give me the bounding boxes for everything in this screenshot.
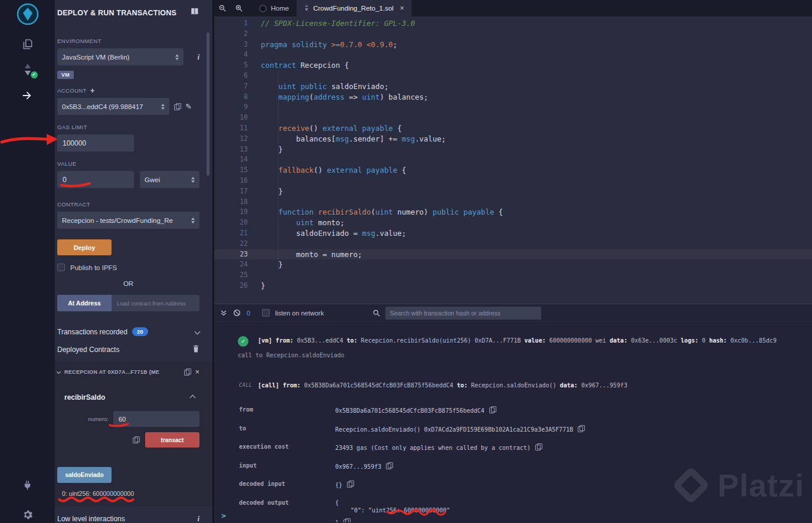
code-line-22[interactable]: 22 xyxy=(214,239,812,249)
line-number[interactable]: 25 xyxy=(214,270,248,281)
vm-tx-summary[interactable]: [vm] from: 0x5B3...eddC4 to: Recepcion.r… xyxy=(258,336,777,345)
listen-network-checkbox[interactable] xyxy=(262,309,270,317)
terminal-prompt[interactable]: > xyxy=(221,511,226,520)
sidebar-scrollbar[interactable] xyxy=(207,32,209,176)
environment-select[interactable]: JavaScript VM (Berlin) xyxy=(57,48,184,65)
line-number[interactable]: 1 xyxy=(214,18,248,29)
at-address-button[interactable]: At Address xyxy=(57,295,112,311)
trash-icon[interactable] xyxy=(192,344,199,355)
code-line-12[interactable]: 12 balances[msg.sender] += msg.value; xyxy=(214,134,812,144)
line-number[interactable]: 5 xyxy=(214,60,248,71)
line-number[interactable]: 13 xyxy=(214,144,248,155)
solidity-compiler-icon[interactable]: ✓ xyxy=(22,63,34,76)
code-editor[interactable]: 1// SPDX-License-Identifier: GPL-3.023pr… xyxy=(214,17,812,304)
line-number[interactable]: 6 xyxy=(214,71,248,81)
code-line-16[interactable]: 16 xyxy=(214,176,812,186)
expand-terminal-icon[interactable] xyxy=(220,310,227,317)
value-input[interactable] xyxy=(57,171,134,188)
at-address-input[interactable] xyxy=(112,295,199,311)
code-line-8[interactable]: 8 mapping(address => uint) balances; xyxy=(214,92,812,103)
numero-input[interactable] xyxy=(113,411,199,427)
code-line-14[interactable]: 14 xyxy=(214,154,812,165)
copy-icon[interactable] xyxy=(347,481,353,488)
publish-ipfs-checkbox[interactable] xyxy=(57,264,65,271)
line-number[interactable]: 20 xyxy=(214,218,248,228)
line-number[interactable]: 21 xyxy=(214,228,248,239)
low-level-info-icon[interactable]: i xyxy=(197,514,199,523)
copy-icon[interactable] xyxy=(578,425,584,432)
line-number[interactable]: 18 xyxy=(214,197,248,208)
copy-account-icon[interactable] xyxy=(174,103,181,110)
code-line-25[interactable]: 25 xyxy=(214,270,812,281)
file-explorer-icon[interactable] xyxy=(22,38,34,50)
code-line-13[interactable]: 13 } xyxy=(214,144,812,155)
code-line-19[interactable]: 19 function recibirSaldo(uint numero) pu… xyxy=(214,207,812,218)
code-line-4[interactable]: 4 xyxy=(214,50,812,60)
line-number[interactable]: 9 xyxy=(214,102,248,113)
account-select[interactable]: 0x5B3...eddC4 (99.988417 xyxy=(57,98,169,115)
deploy-run-icon[interactable] xyxy=(21,89,34,102)
transact-button[interactable]: transact xyxy=(145,432,199,448)
copy-calldata-icon[interactable] xyxy=(133,436,139,443)
function-name[interactable]: recibirSaldo xyxy=(64,393,105,402)
copy-icon[interactable] xyxy=(343,518,350,523)
value-unit-select[interactable]: Gwei xyxy=(140,171,199,188)
tab-crowdfunding-file[interactable]: CrowdFunding_Reto_1.sol × xyxy=(297,0,412,17)
code-line-21[interactable]: 21 saldoEnviado = msg.value; xyxy=(214,228,812,239)
documentation-book-icon[interactable] xyxy=(191,8,199,18)
plugin-manager-icon[interactable] xyxy=(22,480,33,491)
contract-select[interactable]: Recepcion - tests/CrowdFunding_Re xyxy=(57,212,199,229)
line-number[interactable]: 23 xyxy=(214,249,248,260)
code-line-10[interactable]: 10 xyxy=(214,113,812,123)
chevron-down-icon[interactable] xyxy=(195,329,201,335)
line-number[interactable]: 12 xyxy=(214,134,248,144)
edit-account-icon[interactable]: ✎ xyxy=(185,102,192,111)
tab-home[interactable]: Home xyxy=(252,0,297,17)
line-number[interactable]: 4 xyxy=(214,50,248,60)
line-number[interactable]: 19 xyxy=(214,207,248,218)
remix-logo-icon[interactable] xyxy=(17,3,39,25)
code-line-26[interactable]: 26} xyxy=(214,281,812,291)
code-line-3[interactable]: 3pragma solidity >=0.7.0 <0.9.0; xyxy=(214,40,812,50)
code-line-6[interactable]: 6 xyxy=(214,71,812,81)
copy-contract-address-icon[interactable] xyxy=(184,369,191,376)
environment-info-icon[interactable]: i xyxy=(197,52,199,62)
code-line-24[interactable]: 24 } xyxy=(214,259,812,270)
code-line-2[interactable]: 2 xyxy=(214,29,812,40)
copy-icon[interactable] xyxy=(535,443,542,450)
add-account-icon[interactable]: + xyxy=(90,88,95,94)
copy-icon[interactable] xyxy=(489,406,496,413)
saldo-enviado-button[interactable]: saldoEnviado xyxy=(57,467,112,483)
gas-limit-input[interactable] xyxy=(57,134,134,152)
code-line-9[interactable]: 9 xyxy=(214,102,812,113)
close-tab-icon[interactable]: × xyxy=(400,5,404,12)
line-number[interactable]: 3 xyxy=(214,40,248,50)
line-number[interactable]: 11 xyxy=(214,123,248,134)
call-summary[interactable]: [call] from: 0x5B38Da6a701c568545dCfcB03… xyxy=(258,381,627,390)
code-line-15[interactable]: 15 fallback() external payable { xyxy=(214,165,812,176)
line-number[interactable]: 10 xyxy=(214,113,248,123)
line-number[interactable]: 15 xyxy=(214,165,248,176)
zoom-in-icon[interactable] xyxy=(231,0,247,17)
zoom-out-icon[interactable] xyxy=(214,0,231,17)
line-number[interactable]: 14 xyxy=(214,154,248,165)
line-number[interactable]: 2 xyxy=(214,29,248,40)
line-number[interactable]: 8 xyxy=(214,92,248,103)
terminal-search-input[interactable] xyxy=(385,307,541,320)
code-line-7[interactable]: 7 uint public saldoEnviado; xyxy=(214,81,812,92)
line-number[interactable]: 17 xyxy=(214,186,248,197)
code-line-1[interactable]: 1// SPDX-License-Identifier: GPL-3.0 xyxy=(214,18,812,29)
code-line-18[interactable]: 18 xyxy=(214,197,812,208)
remove-contract-icon[interactable]: × xyxy=(195,368,199,376)
chevron-up-icon[interactable] xyxy=(190,394,196,400)
code-line-17[interactable]: 17 } xyxy=(214,186,812,197)
collapse-contract-icon[interactable] xyxy=(57,370,61,374)
settings-gear-icon[interactable] xyxy=(22,509,34,521)
copy-icon[interactable] xyxy=(386,462,392,469)
code-line-5[interactable]: 5contract Recepcion { xyxy=(214,60,812,71)
code-line-23[interactable]: 23 monto = numero; xyxy=(214,249,812,260)
deploy-button[interactable]: Deploy xyxy=(57,239,112,255)
line-number[interactable]: 26 xyxy=(214,281,248,291)
code-line-11[interactable]: 11 receive() external payable { xyxy=(214,123,812,134)
line-number[interactable]: 24 xyxy=(214,259,248,270)
